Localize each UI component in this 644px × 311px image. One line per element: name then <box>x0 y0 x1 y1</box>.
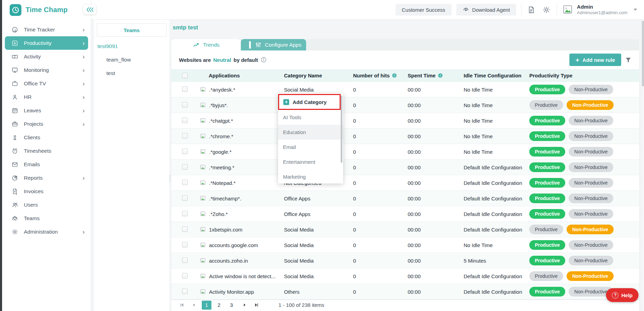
non-productive-badge[interactable]: Non-Productive <box>567 225 614 234</box>
idle-config-cell[interactable]: No Idle Time <box>463 118 529 124</box>
productive-badge[interactable]: Productive <box>529 85 565 94</box>
category-option-entertainment[interactable]: Entertainment <box>278 154 343 169</box>
tab-trends[interactable]: Trends <box>171 39 241 50</box>
row-checkbox[interactable] <box>182 164 188 170</box>
non-productive-badge[interactable]: Non-Productive <box>569 116 613 125</box>
vertical-scrollbar[interactable] <box>641 20 644 311</box>
idle-config-cell[interactable]: Default Idle Configuration <box>463 180 529 186</box>
category-cell[interactable]: Social Media <box>283 227 352 233</box>
sidebar-item-teams[interactable]: Teams <box>2 211 91 225</box>
productive-badge[interactable]: Productive <box>529 178 565 188</box>
productive-badge[interactable]: Productive <box>529 271 563 281</box>
non-productive-badge[interactable]: Non-Productive <box>569 240 613 250</box>
category-cell[interactable]: Social Media <box>283 87 352 93</box>
category-cell[interactable]: Social Media <box>283 273 352 279</box>
productive-badge[interactable]: Productive <box>529 209 565 219</box>
sidebar-item-monitoring[interactable]: Monitoring › <box>2 63 91 77</box>
row-checkbox[interactable] <box>182 133 188 139</box>
non-productive-badge[interactable]: Non-Productive <box>569 194 613 203</box>
sidebar-item-time-tracker[interactable]: Time Tracker › <box>2 23 91 36</box>
idle-config-cell[interactable]: Default Idle Configuration <box>463 273 529 279</box>
idle-config-cell[interactable]: Default Idle Configuration <box>463 211 529 217</box>
productive-badge[interactable]: Productive <box>529 147 565 157</box>
productive-badge[interactable]: Productive <box>529 256 565 265</box>
sidebar-item-projects[interactable]: Projects › <box>2 117 91 131</box>
idle-config-cell[interactable]: Default Idle Configuration <box>463 196 529 201</box>
category-cell[interactable]: Office Apps <box>283 196 352 201</box>
row-checkbox[interactable] <box>182 273 188 279</box>
category-cell[interactable]: Social Media <box>283 242 352 248</box>
sidebar-item-hr[interactable]: HR › <box>2 90 91 104</box>
download-agent-button[interactable]: Download Agent <box>456 4 516 16</box>
sidebar-item-productivity[interactable]: Productivity › <box>5 36 88 50</box>
category-option-marketing[interactable]: Marketing <box>278 169 343 183</box>
previous-page-button[interactable] <box>190 302 197 309</box>
info-icon[interactable] <box>261 57 267 63</box>
row-checkbox[interactable] <box>182 226 188 232</box>
row-checkbox[interactable] <box>182 102 188 107</box>
help-button[interactable]: ? Help <box>606 288 638 302</box>
sidebar-collapse-button[interactable] <box>83 4 96 15</box>
document-icon[interactable] <box>526 4 537 15</box>
last-page-button[interactable] <box>253 302 260 309</box>
sidebar-item-leaves[interactable]: Leaves › <box>2 104 91 117</box>
idle-config-cell[interactable]: No Idle Time <box>463 149 529 155</box>
non-productive-badge[interactable]: Non-Productive <box>569 209 613 219</box>
customer-success-button[interactable]: Customer Success <box>396 4 452 16</box>
sidebar-item-reports[interactable]: Reports › <box>2 171 91 185</box>
category-option-ai-tools[interactable]: AI Tools <box>278 110 343 125</box>
info-icon[interactable] <box>438 73 443 78</box>
select-all-checkbox[interactable] <box>182 73 188 78</box>
productive-badge[interactable]: Productive <box>529 162 565 172</box>
non-productive-badge[interactable]: Non-Productive <box>569 256 613 265</box>
tab-configure-apps[interactable]: Configure Apps <box>241 39 306 50</box>
productive-badge[interactable]: Productive <box>529 240 565 250</box>
row-checkbox[interactable] <box>182 86 188 92</box>
page-1-button[interactable]: 1 <box>202 301 211 310</box>
category-cell[interactable]: Social Media <box>283 258 352 264</box>
productive-badge[interactable]: Productive <box>529 287 565 296</box>
sidebar-item-activity[interactable]: Activity › <box>2 50 91 63</box>
settings-gear-icon[interactable] <box>541 4 552 15</box>
scrollbar-thumb[interactable] <box>642 21 644 86</box>
team-node-test9091[interactable]: test9091 <box>94 39 169 53</box>
idle-config-cell[interactable]: Default Idle Configuration <box>463 164 529 170</box>
idle-config-cell[interactable]: No Idle Time <box>463 133 529 139</box>
non-productive-badge[interactable]: Non-Productive <box>569 131 613 141</box>
sidebar-item-emails[interactable]: Emails <box>2 158 91 171</box>
team-node-team-flow[interactable]: team_flow <box>94 53 169 66</box>
row-checkbox[interactable] <box>182 257 188 263</box>
row-checkbox[interactable] <box>182 149 188 154</box>
info-icon[interactable] <box>392 73 397 78</box>
category-cell[interactable]: Others <box>283 289 352 295</box>
first-page-button[interactable] <box>178 302 185 309</box>
non-productive-badge[interactable]: Non-Productive <box>569 162 613 172</box>
row-checkbox[interactable] <box>182 117 188 123</box>
sidebar-item-office-tv[interactable]: Office TV › <box>2 77 91 90</box>
productive-badge[interactable]: Productive <box>529 116 565 125</box>
idle-config-cell[interactable]: No Idle Time <box>463 87 529 93</box>
team-node-test[interactable]: test <box>94 66 169 80</box>
page-3-button[interactable]: 3 <box>227 301 236 310</box>
non-productive-badge[interactable]: Non-Productive <box>567 100 614 110</box>
category-option-email[interactable]: Email <box>278 140 343 154</box>
sidebar-item-timesheets[interactable]: Timesheets <box>2 144 91 158</box>
sidebar-item-invoices[interactable]: Invoices <box>2 185 91 198</box>
sidebar-item-clients[interactable]: Clients <box>2 131 91 144</box>
dropdown-scrollbar-thumb[interactable] <box>341 95 342 163</box>
idle-config-cell[interactable]: 5 Minutes <box>463 258 529 264</box>
panel-resizer-handle[interactable] <box>169 20 171 311</box>
row-checkbox[interactable] <box>182 242 188 247</box>
productive-badge[interactable]: Productive <box>529 100 563 110</box>
row-checkbox[interactable] <box>182 180 188 185</box>
idle-config-cell[interactable]: No Idle Time <box>463 102 529 108</box>
row-checkbox[interactable] <box>182 195 188 201</box>
non-productive-badge[interactable]: Non-Productive <box>569 147 613 157</box>
productive-badge[interactable]: Productive <box>529 131 565 141</box>
idle-config-cell[interactable]: Default Idle Configuration <box>463 289 529 295</box>
category-option-education[interactable]: Education <box>278 125 343 140</box>
idle-config-cell[interactable]: Default Idle Configuration <box>463 227 529 233</box>
sidebar-item-administration[interactable]: Administration › <box>2 225 91 238</box>
user-menu[interactable]: Admin Adminuser1@admin.com <box>562 4 637 16</box>
add-category-option[interactable]: + Add Category <box>278 94 341 110</box>
